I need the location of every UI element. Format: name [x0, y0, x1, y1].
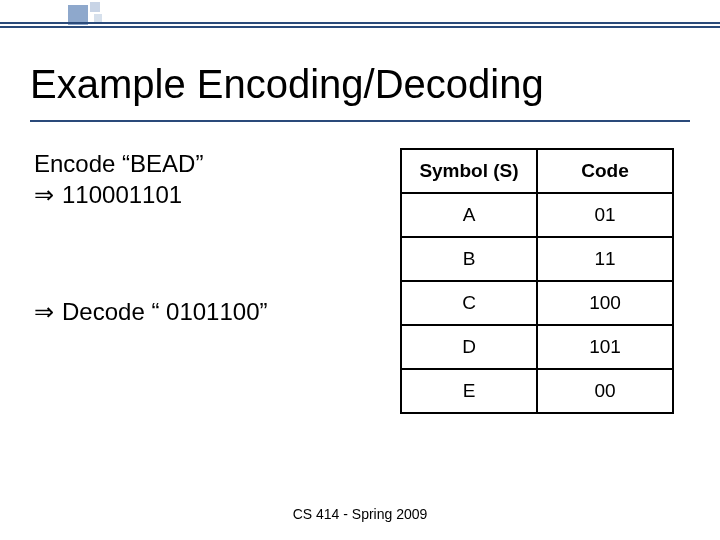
cell-code: 00: [537, 369, 673, 413]
decode-section: ⇒ Decode “ 0101100”: [34, 298, 267, 326]
arrow-right-icon: ⇒: [34, 179, 54, 210]
cell-symbol: D: [401, 325, 537, 369]
col-symbol: Symbol (S): [401, 149, 537, 193]
code-table: Symbol (S) Code A 01 B 11 C 100 D 101 E …: [400, 148, 674, 414]
deco-square-icon: [90, 2, 100, 12]
table-row: D 101: [401, 325, 673, 369]
page-title: Example Encoding/Decoding: [30, 62, 544, 107]
cell-code: 100: [537, 281, 673, 325]
encode-label: Encode “BEAD”: [34, 148, 203, 179]
table-header-row: Symbol (S) Code: [401, 149, 673, 193]
deco-square-icon: [94, 14, 102, 22]
table-row: B 11: [401, 237, 673, 281]
table-row: E 00: [401, 369, 673, 413]
arrow-right-icon: ⇒: [34, 298, 54, 326]
footer-text: CS 414 - Spring 2009: [0, 506, 720, 522]
col-code: Code: [537, 149, 673, 193]
cell-symbol: A: [401, 193, 537, 237]
decode-label: Decode “ 0101100”: [62, 298, 267, 326]
cell-symbol: C: [401, 281, 537, 325]
title-underline: [30, 120, 690, 122]
encode-section: Encode “BEAD” ⇒ 110001101: [34, 148, 203, 210]
cell-code: 11: [537, 237, 673, 281]
cell-code: 101: [537, 325, 673, 369]
deco-rule: [0, 22, 720, 24]
table-row: C 100: [401, 281, 673, 325]
header-decoration: [0, 0, 720, 32]
cell-symbol: E: [401, 369, 537, 413]
deco-rule: [0, 26, 720, 28]
encode-result: 110001101: [62, 179, 182, 210]
table-row: A 01: [401, 193, 673, 237]
cell-code: 01: [537, 193, 673, 237]
cell-symbol: B: [401, 237, 537, 281]
